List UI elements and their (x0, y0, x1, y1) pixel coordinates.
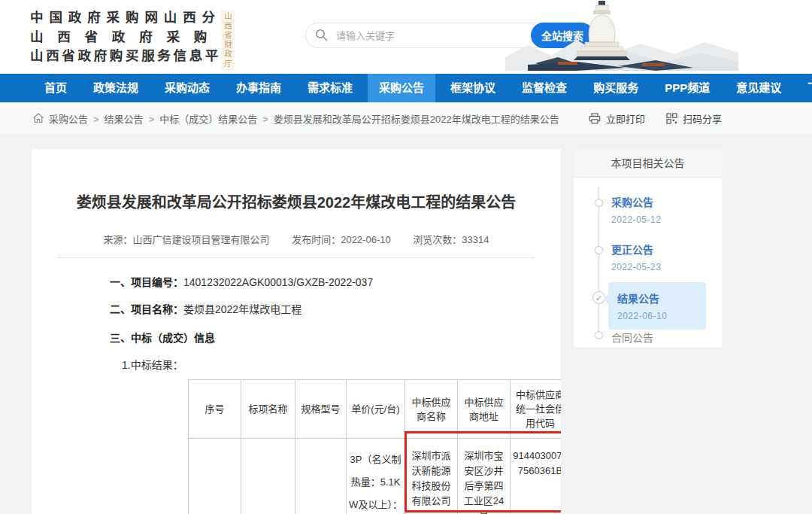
project-name-label: 二、项目名称： (110, 303, 183, 315)
printer-icon (589, 113, 601, 124)
article-title: 娄烦县发展和改革局公开招标娄烦县2022年煤改电工程的结果公告 (63, 191, 529, 214)
award-result-table: 序号 标项名称 规格型号 单价(元/台) 中标供应商名称 中标供应商地址 中标供… (188, 379, 561, 514)
timeline-node-icon (595, 331, 603, 339)
nav-item-ppp[interactable]: PPP频道 (653, 74, 721, 102)
timeline-node-icon (595, 199, 603, 207)
article-publish-time: 发布时间：2022-06-10 (292, 234, 391, 245)
breadcrumb-item[interactable]: 结果公告 (88, 111, 144, 126)
timeline-item-label[interactable]: 更正公告 (611, 242, 661, 257)
breadcrumb-bar: 采购公告 结果公告 中标（成交）结果公告 娄烦县发展和改革局公开招标娄烦县202… (0, 102, 812, 134)
article-card: 娄烦县发展和改革局公开招标娄烦县2022年煤改电工程的结果公告 来源：山西广信建… (32, 149, 561, 514)
logo-line-1: 中国政府采购网山西分网 (30, 8, 235, 28)
project-number-row: 一、项目编号：1401232022AGK00013/GXZB-2022-037 (110, 274, 561, 289)
col-lot-name: 标项名称 (241, 380, 295, 439)
pagoda-illustration (505, 0, 738, 74)
article-body: 一、项目编号：1401232022AGK00013/GXZB-2022-037 … (110, 274, 561, 514)
timeline-line (598, 187, 599, 339)
nav-item-home[interactable]: 首页 (33, 74, 78, 102)
timeline-item-date: 2022-05-23 (611, 262, 661, 272)
project-name-value: 娄烦县2022年煤改电工程 (183, 303, 301, 315)
article-view-count: 浏览次数：33314 (413, 234, 489, 245)
cell-supplier-name: 深圳市派沃新能源科技股份有限公司 (405, 439, 458, 514)
qr-code-icon (666, 113, 677, 124)
col-supplier-address: 中标供应商地址 (458, 380, 511, 439)
article-source: 来源：山西广信建设项目管理有限公司 (104, 234, 270, 245)
site-logo[interactable]: 中国政府采购网山西分网 山西省政府采购网 山西省政府购买服务信息平台 (30, 8, 235, 66)
nav-item-downloads[interactable]: 下载专区 (796, 74, 812, 102)
home-icon[interactable] (33, 113, 44, 123)
col-spec-model: 规格型号 (295, 380, 347, 439)
nav-item-requirements[interactable]: 需求标准 (296, 74, 364, 102)
page: 中国政府采购网山西分网 山西省政府采购网 山西省政府购买服务信息平台 山西省财政… (0, 0, 812, 514)
breadcrumb-item[interactable]: 中标（成交）结果公告 (144, 111, 258, 126)
nav-item-purchase-services[interactable]: 购买服务 (582, 74, 650, 102)
breadcrumb-item[interactable]: 采购公告 (49, 111, 88, 126)
nav-item-procurement-news[interactable]: 采购动态 (153, 74, 221, 102)
col-credit-code: 中标供应商统一社会信用代码 (511, 380, 562, 439)
meta-divider (59, 257, 534, 258)
timeline-item-date: 2022-05-12 (611, 214, 661, 225)
print-button[interactable]: 立即打印 (589, 111, 645, 126)
nav-item-policies[interactable]: 政策法规 (82, 74, 150, 102)
cell-supplier-address: 深圳市宝安区沙井后亭第四工业区24号 (458, 439, 511, 514)
site-header: 中国政府采购网山西分网 山西省政府采购网 山西省政府购买服务信息平台 山西省财政… (0, 0, 812, 74)
nav-item-supervision[interactable]: 监督检查 (511, 74, 578, 102)
finance-department-seal: 山西省财政厅 (221, 10, 235, 71)
award-result-table-wrap: 序号 标项名称 规格型号 单价(元/台) 中标供应商名称 中标供应商地址 中标供… (188, 379, 561, 514)
cell-unit-price: 3P（名义制热量：5.1KW及以上）：11300 (347, 439, 405, 514)
table-row: 3P（名义制热量：5.1KW及以上）：11300 深圳市派沃新能源科技股份有限公… (189, 439, 562, 514)
nav-item-guide[interactable]: 办事指南 (225, 74, 292, 102)
article-meta: 来源：山西广信建设项目管理有限公司 发布时间：2022-06-10 浏览次数：3… (32, 232, 561, 246)
cell-spec-model (295, 439, 347, 514)
timeline-node-icon (595, 246, 603, 254)
timeline-item-label[interactable]: 合同公告 (611, 330, 653, 345)
nav-item-announcements[interactable]: 采购公告 (368, 74, 435, 102)
award-result-label: 1.中标结果： (122, 357, 561, 372)
award-info-heading: 三、中标（成交）信息 (110, 330, 561, 345)
nav-item-framework[interactable]: 框架协议 (439, 74, 507, 102)
timeline-item-label[interactable]: 结果公告 (617, 290, 695, 306)
col-serial-no: 序号 (189, 380, 241, 439)
print-label: 立即打印 (606, 111, 645, 126)
qr-share-button[interactable]: 扫码分享 (666, 111, 722, 126)
logo-line-3: 山西省政府购买服务信息平台 (30, 47, 235, 66)
share-label: 扫码分享 (683, 111, 722, 126)
main-nav: 首页 政策法规 采购动态 办事指南 需求标准 采购公告 框架协议 监督检查 购买… (0, 74, 812, 102)
timeline-item-label[interactable]: 采购公告 (611, 194, 661, 209)
col-supplier-name: 中标供应商名称 (405, 380, 458, 439)
project-number-label: 一、项目编号： (110, 276, 183, 288)
page-actions: 立即打印 扫码分享 (589, 111, 722, 126)
announcement-timeline: 采购公告 2022-05-12 更正公告 2022-05-23 ✓ 结果公告 2… (574, 178, 722, 348)
logo-line-2: 山西省政府采购网 (30, 28, 235, 47)
cell-lot-name (241, 439, 295, 514)
cell-serial-no (189, 439, 241, 514)
project-number-value: 1401232022AGK00013/GXZB-2022-037 (183, 276, 373, 288)
related-announcements-panel: 本项目相关公告 采购公告 2022-05-12 更正公告 2022-05-23 … (574, 149, 722, 348)
cell-credit-code: 91440300767560361B (511, 439, 562, 514)
search-icon (315, 29, 328, 44)
timeline-item-date: 2022-06-10 (617, 311, 695, 321)
nav-item-feedback[interactable]: 意见建议 (725, 74, 792, 102)
project-name-row: 二、项目名称：娄烦县2022年煤改电工程 (110, 301, 561, 316)
col-unit-price: 单价(元/台) (347, 380, 405, 439)
related-announcements-title: 本项目相关公告 (574, 149, 722, 178)
breadcrumb: 采购公告 结果公告 中标（成交）结果公告 娄烦县发展和改革局公开招标娄烦县202… (49, 111, 559, 126)
breadcrumb-item-current: 娄烦县发展和改革局公开招标娄烦县2022年煤改电工程的结果公告 (257, 111, 559, 126)
table-header-row: 序号 标项名称 规格型号 单价(元/台) 中标供应商名称 中标供应商地址 中标供… (189, 380, 562, 439)
